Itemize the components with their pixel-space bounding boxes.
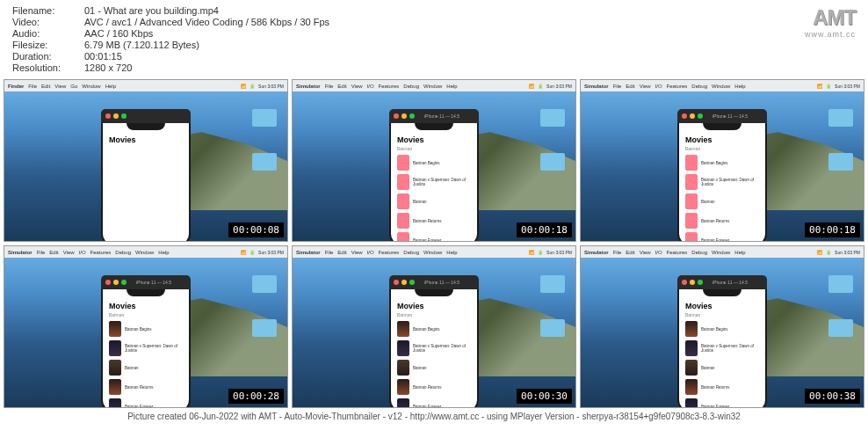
minimize-icon bbox=[113, 113, 119, 119]
desktop: iPhone 11 — 14.5MoviesBatmanBatman Begin… bbox=[293, 258, 575, 407]
list-item: Batman Returns bbox=[681, 377, 763, 397]
close-icon bbox=[682, 113, 687, 119]
movie-name: Batman bbox=[701, 200, 715, 204]
poster-icon bbox=[685, 155, 698, 171]
mac-menubar: SimulatorFileEditViewI/OFeaturesDebugWin… bbox=[293, 246, 575, 258]
poster-icon bbox=[685, 321, 698, 337]
menubar-right: 📶🔋Sun 3:03 PM bbox=[529, 84, 572, 89]
menubar-item: Edit bbox=[337, 84, 346, 89]
close-icon bbox=[394, 280, 399, 285]
movie-name: Batman Returns bbox=[413, 219, 442, 223]
folder-icon bbox=[828, 153, 853, 171]
menubar-item: Edit bbox=[41, 84, 50, 89]
window-chrome: iPhone 11 — 14.5 bbox=[677, 275, 767, 289]
notch bbox=[703, 289, 741, 296]
poster-icon bbox=[397, 360, 409, 376]
simulator-window: iPhone 11 — 14.5MoviesBatmanBatman Begin… bbox=[677, 109, 767, 242]
movie-name: Batman Forever bbox=[701, 405, 729, 409]
menubar-right: 📶🔋Sun 3:03 PM bbox=[241, 250, 284, 255]
maximize-icon bbox=[698, 280, 703, 285]
close-icon bbox=[105, 280, 111, 285]
poster-icon bbox=[685, 213, 698, 229]
folder-icon bbox=[252, 109, 277, 127]
timestamp: 00:00:18 bbox=[805, 222, 860, 237]
window-chrome bbox=[101, 109, 191, 123]
list-item: Batman Returns bbox=[105, 377, 187, 397]
thumbnail-grid: FinderFileEditViewGoWindowHelp📶🔋Sun 3:03… bbox=[0, 79, 868, 408]
list-item: Batman v Superman: Dawn of Justice bbox=[393, 172, 475, 192]
menubar-item: Features bbox=[667, 250, 688, 255]
menubar-app: Finder bbox=[8, 84, 24, 89]
menubar-app: Simulator bbox=[8, 250, 33, 255]
movie-name: Batman Returns bbox=[701, 219, 730, 223]
menubar-item: Help bbox=[734, 250, 745, 255]
poster-icon bbox=[397, 379, 409, 395]
menubar-item: Features bbox=[379, 250, 400, 255]
video-value: AVC / avc1 / Advanced Video Coding / 586… bbox=[84, 17, 329, 27]
device-label: iPhone 11 — 14.5 bbox=[712, 280, 748, 285]
thumbnail: SimulatorFileEditViewI/OFeaturesDebugWin… bbox=[292, 245, 576, 408]
list-item: Batman bbox=[105, 358, 187, 377]
menubar-app: Simulator bbox=[296, 84, 321, 89]
list-item: Batman Forever bbox=[105, 397, 187, 408]
device-label: iPhone 11 — 14.5 bbox=[136, 280, 171, 285]
mac-menubar: SimulatorFileEditViewI/OFeaturesDebugWin… bbox=[293, 80, 575, 91]
folder-icon bbox=[828, 109, 853, 127]
list-item: Batman Begins bbox=[105, 319, 187, 339]
simulator-window: Movies bbox=[101, 109, 191, 242]
screen-title: Movies bbox=[681, 300, 763, 312]
simulator-window: iPhone 11 — 14.5MoviesBatmanBatman Begin… bbox=[101, 275, 191, 408]
movie-name: Batman bbox=[413, 366, 427, 370]
menubar-item: View bbox=[640, 84, 651, 89]
window-chrome: iPhone 11 — 14.5 bbox=[677, 109, 767, 123]
duration-label: Duration: bbox=[12, 51, 84, 62]
thumbnail: SimulatorFileEditViewI/OFeaturesDebugWin… bbox=[580, 79, 864, 242]
movie-name: Batman Begins bbox=[125, 327, 152, 332]
screen-title: Movies bbox=[393, 300, 475, 312]
list-item: Batman Begins bbox=[681, 153, 763, 172]
list-item: Batman bbox=[393, 192, 475, 211]
menubar-item: Edit bbox=[626, 84, 634, 89]
audio-value: AAC / 160 Kbps bbox=[84, 28, 153, 39]
section-label: Batman bbox=[393, 312, 475, 319]
menubar-item: File bbox=[613, 250, 622, 255]
menubar-item: Debug bbox=[403, 250, 419, 255]
movie-name: Batman v Superman: Dawn of Justice bbox=[125, 344, 183, 353]
timestamp: 00:00:28 bbox=[228, 389, 284, 404]
simulator-window: iPhone 11 — 14.5MoviesBatmanBatman Begin… bbox=[389, 275, 479, 408]
menubar-right: 📶🔋Sun 3:03 PM bbox=[817, 250, 860, 255]
simulator-window: iPhone 11 — 14.5MoviesBatmanBatman Begin… bbox=[389, 109, 479, 242]
desktop: iPhone 11 — 14.5MoviesBatmanBatman Begin… bbox=[293, 91, 575, 241]
mac-menubar: SimulatorFileEditViewI/OFeaturesDebugWin… bbox=[4, 246, 287, 258]
menubar-item: Debug bbox=[691, 250, 707, 255]
minimize-icon bbox=[401, 280, 407, 285]
device-label: iPhone 11 — 14.5 bbox=[424, 113, 459, 119]
phone-screen: MoviesBatmanBatman BeginsBatman v Superm… bbox=[677, 123, 767, 242]
poster-icon bbox=[109, 379, 121, 395]
notch bbox=[415, 123, 453, 130]
filename-label: Filename: bbox=[12, 5, 84, 16]
poster-icon bbox=[397, 213, 409, 229]
menubar-item: I/O bbox=[367, 84, 374, 89]
filesize-label: Filesize: bbox=[12, 40, 84, 50]
poster-icon bbox=[397, 155, 409, 171]
desktop: iPhone 11 — 14.5MoviesBatmanBatman Begin… bbox=[4, 258, 287, 407]
resolution-value: 1280 x 720 bbox=[84, 62, 132, 73]
list-item: Batman v Superman: Dawn of Justice bbox=[681, 172, 763, 192]
thumbnail: FinderFileEditViewGoWindowHelp📶🔋Sun 3:03… bbox=[4, 79, 288, 242]
list-item: Batman Returns bbox=[393, 211, 475, 230]
timestamp: 00:00:18 bbox=[517, 222, 572, 237]
menubar-item: Debug bbox=[403, 84, 419, 89]
menubar-item: View bbox=[640, 250, 651, 255]
folder-icon bbox=[252, 275, 277, 293]
maximize-icon bbox=[698, 113, 703, 119]
duration-value: 00:01:15 bbox=[84, 51, 122, 62]
movie-name: Batman bbox=[125, 366, 139, 370]
list-item: Batman bbox=[681, 358, 763, 377]
poster-icon bbox=[397, 340, 409, 356]
folder-icon bbox=[540, 153, 565, 171]
menubar-item: Help bbox=[446, 84, 457, 89]
menubar-item: Features bbox=[667, 84, 688, 89]
menubar-item: Edit bbox=[49, 250, 58, 255]
list-item: Batman Forever bbox=[681, 230, 763, 242]
